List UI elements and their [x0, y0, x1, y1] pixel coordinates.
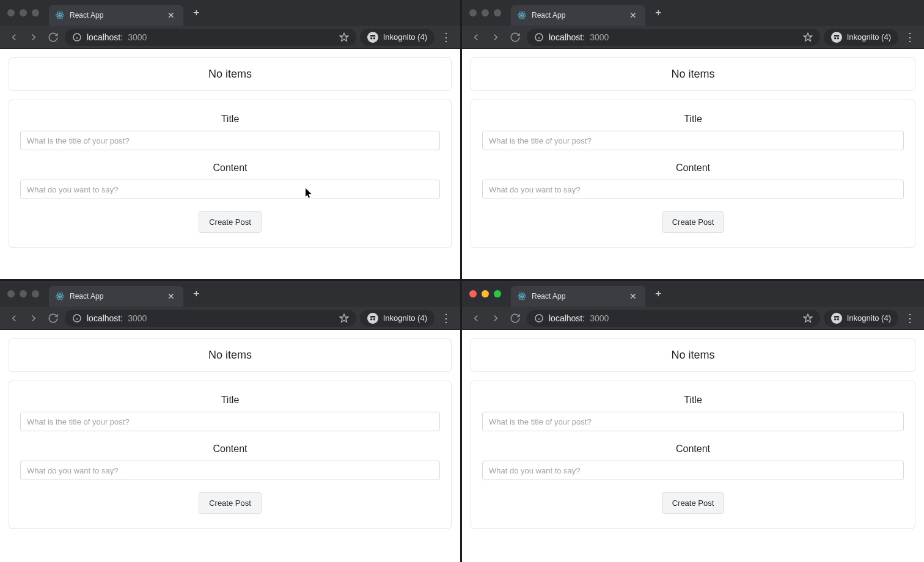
close-tab-icon[interactable]: ✕	[165, 10, 177, 20]
bookmark-star-icon[interactable]	[803, 32, 813, 42]
content-input[interactable]	[482, 461, 904, 480]
incognito-badge[interactable]: Inkognito (4)	[360, 29, 435, 46]
browser-tab[interactable]: React App ✕	[511, 5, 645, 26]
browser-tab[interactable]: React App ✕	[511, 286, 645, 307]
omnibox[interactable]: localhost:3000	[527, 310, 820, 327]
omnibox[interactable]: localhost:3000	[527, 29, 820, 46]
react-favicon-icon	[55, 10, 65, 20]
bookmark-star-icon[interactable]	[339, 32, 349, 42]
incognito-label: Inkognito (4)	[847, 313, 891, 323]
url-host: localhost:	[87, 32, 123, 42]
incognito-label: Inkognito (4)	[383, 313, 427, 323]
page-content: No items Title Content Create Post	[462, 49, 924, 279]
maximize-window-icon[interactable]	[32, 9, 39, 16]
title-input[interactable]	[20, 131, 440, 150]
close-window-icon[interactable]	[7, 9, 15, 16]
page-content: No items Title Content Create Post	[0, 330, 460, 562]
title-input[interactable]	[20, 412, 440, 431]
traffic-lights	[7, 9, 39, 16]
close-window-icon[interactable]	[469, 9, 477, 16]
minimize-window-icon[interactable]	[482, 9, 489, 16]
create-post-button[interactable]: Create Post	[199, 211, 262, 233]
tab-bar: React App ✕ +	[462, 0, 924, 26]
maximize-window-icon[interactable]	[494, 290, 501, 297]
url-host: localhost:	[87, 313, 123, 323]
address-bar: localhost:3000 Inkognito (4) ⋮	[462, 307, 924, 330]
reload-button[interactable]	[507, 29, 523, 45]
site-info-icon[interactable]	[72, 313, 82, 323]
create-post-form: Title Content Create Post	[471, 100, 915, 248]
new-tab-button[interactable]: +	[655, 7, 662, 20]
browser-tab[interactable]: React App ✕	[49, 5, 183, 26]
create-post-button[interactable]: Create Post	[662, 492, 725, 514]
content-label: Content	[482, 443, 904, 454]
content-input[interactable]	[20, 461, 440, 480]
incognito-badge[interactable]: Inkognito (4)	[360, 310, 435, 327]
new-tab-button[interactable]: +	[193, 7, 200, 20]
page-content: No items Title Content Create Post	[0, 49, 460, 279]
tab-title: React App	[532, 292, 627, 301]
tab-bar: React App ✕ +	[0, 0, 460, 26]
menu-button[interactable]: ⋮	[902, 312, 918, 325]
browser-tab[interactable]: React App ✕	[49, 286, 183, 307]
forward-button[interactable]	[488, 310, 504, 326]
create-post-form: Title Content Create Post	[9, 100, 452, 248]
new-tab-button[interactable]: +	[655, 288, 662, 301]
incognito-icon	[367, 32, 378, 43]
omnibox[interactable]: localhost:3000	[65, 29, 356, 46]
forward-button[interactable]	[488, 29, 504, 45]
traffic-lights	[469, 290, 501, 297]
create-post-button[interactable]: Create Post	[199, 492, 262, 514]
site-info-icon[interactable]	[534, 32, 544, 42]
close-tab-icon[interactable]: ✕	[165, 291, 177, 301]
title-input[interactable]	[482, 131, 904, 150]
url-port: 3000	[128, 313, 147, 323]
content-label: Content	[482, 162, 904, 173]
content-label: Content	[20, 443, 440, 454]
reload-button[interactable]	[45, 310, 61, 326]
back-button[interactable]	[6, 310, 22, 326]
create-post-form: Title Content Create Post	[9, 381, 452, 529]
incognito-icon	[831, 313, 842, 324]
close-window-icon[interactable]	[7, 290, 15, 297]
forward-button[interactable]	[26, 310, 42, 326]
reload-button[interactable]	[45, 29, 61, 45]
back-button[interactable]	[468, 29, 484, 45]
content-input[interactable]	[482, 180, 904, 199]
svg-marker-24	[340, 314, 348, 322]
bookmark-star-icon[interactable]	[803, 313, 813, 323]
reload-button[interactable]	[507, 310, 523, 326]
close-tab-icon[interactable]: ✕	[627, 10, 639, 20]
minimize-window-icon[interactable]	[482, 290, 489, 297]
bookmark-star-icon[interactable]	[339, 313, 349, 323]
back-button[interactable]	[468, 310, 484, 326]
menu-button[interactable]: ⋮	[902, 31, 918, 44]
close-window-icon[interactable]	[469, 290, 477, 297]
svg-point-25	[521, 296, 523, 297]
maximize-window-icon[interactable]	[494, 9, 501, 16]
minimize-window-icon[interactable]	[20, 290, 27, 297]
minimize-window-icon[interactable]	[20, 9, 27, 16]
site-info-icon[interactable]	[72, 32, 82, 42]
create-post-button[interactable]: Create Post	[662, 211, 725, 233]
traffic-lights	[7, 290, 39, 297]
title-input[interactable]	[482, 412, 904, 431]
incognito-badge[interactable]: Inkognito (4)	[824, 310, 898, 327]
new-tab-button[interactable]: +	[193, 288, 200, 301]
menu-button[interactable]: ⋮	[438, 31, 454, 44]
maximize-window-icon[interactable]	[32, 290, 39, 297]
svg-marker-16	[804, 33, 812, 41]
incognito-badge[interactable]: Inkognito (4)	[824, 29, 898, 46]
omnibox[interactable]: localhost:3000	[65, 310, 356, 327]
back-button[interactable]	[6, 29, 22, 45]
create-post-form: Title Content Create Post	[471, 381, 915, 529]
menu-button[interactable]: ⋮	[438, 312, 454, 325]
site-info-icon[interactable]	[534, 313, 544, 323]
content-input[interactable]	[20, 180, 440, 199]
react-favicon-icon	[55, 291, 65, 301]
forward-button[interactable]	[26, 29, 42, 45]
svg-point-17	[59, 296, 61, 297]
title-label: Title	[20, 395, 440, 406]
page-content: No items Title Content Create Post	[462, 330, 924, 562]
close-tab-icon[interactable]: ✕	[627, 291, 639, 301]
